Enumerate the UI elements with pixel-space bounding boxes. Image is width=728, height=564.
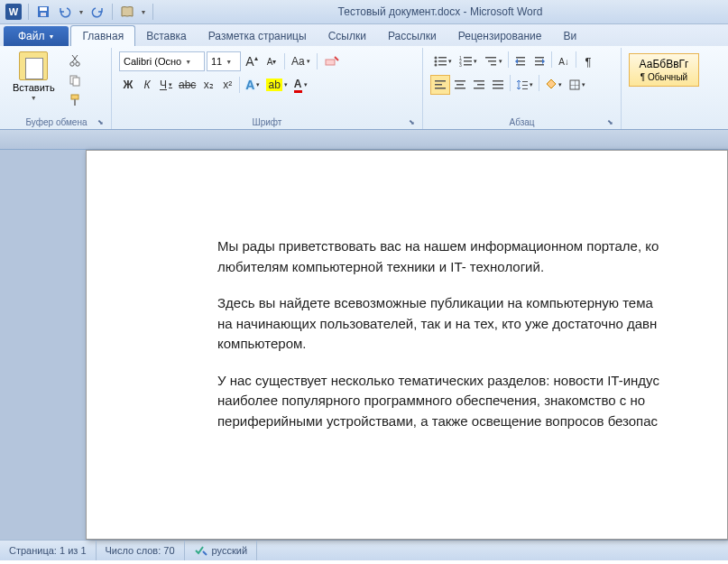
paste-button[interactable]: Вставить ▼ bbox=[5, 50, 62, 103]
separator bbox=[576, 51, 576, 68]
shading-button[interactable]: ▾ bbox=[542, 75, 565, 95]
spellcheck-icon bbox=[194, 544, 208, 557]
ribbon: Вставить ▼ Буфер обмена ⬊ bbox=[0, 46, 728, 130]
window-title: Тестовый документ.docx - Microsoft Word bbox=[156, 5, 724, 18]
tab-home[interactable]: Главная bbox=[70, 25, 135, 46]
bullets-button[interactable]: ▾ bbox=[430, 51, 455, 71]
numbering-button[interactable]: 123▾ bbox=[456, 51, 480, 71]
font-color-button[interactable]: A▾ bbox=[291, 75, 310, 95]
font-family-combo[interactable]: Calibri (Осно▼ bbox=[119, 51, 205, 71]
svg-rect-2 bbox=[41, 13, 46, 16]
svg-rect-44 bbox=[522, 85, 528, 86]
status-language-text: русский bbox=[212, 545, 247, 556]
svg-rect-39 bbox=[474, 88, 484, 89]
svg-rect-27 bbox=[516, 64, 525, 66]
status-language[interactable]: русский bbox=[185, 541, 257, 560]
tab-file-label: Файл bbox=[18, 30, 45, 42]
grow-font-button[interactable]: A▴ bbox=[243, 51, 261, 71]
tab-file[interactable]: Файл ▼ bbox=[4, 26, 69, 46]
svg-rect-42 bbox=[493, 88, 503, 89]
redo-button[interactable] bbox=[88, 2, 107, 22]
svg-rect-19 bbox=[464, 60, 472, 62]
format-painter-button[interactable] bbox=[66, 91, 84, 109]
change-case-button[interactable]: Aa▾ bbox=[289, 51, 313, 71]
save-button[interactable] bbox=[33, 2, 53, 22]
svg-rect-38 bbox=[477, 84, 484, 86]
chevron-down-icon: ▼ bbox=[49, 33, 55, 40]
paragraph-text: Мы рады приветствовать вас на нашем инфо… bbox=[217, 236, 727, 277]
svg-rect-28 bbox=[535, 57, 544, 59]
font-size-combo[interactable]: 11▼ bbox=[207, 51, 241, 71]
tab-page-layout[interactable]: Разметка страницы bbox=[198, 26, 318, 46]
status-word-count[interactable]: Число слов: 70 bbox=[97, 541, 185, 560]
bold-button[interactable]: Ж bbox=[119, 75, 137, 95]
separator bbox=[152, 4, 153, 20]
italic-button[interactable]: К bbox=[138, 75, 156, 95]
tab-references[interactable]: Ссылки bbox=[318, 26, 377, 46]
dialog-launcher-icon[interactable]: ⬊ bbox=[604, 116, 615, 127]
word-app-icon[interactable]: W bbox=[4, 2, 23, 22]
cut-button[interactable] bbox=[66, 51, 84, 69]
strikethrough-button[interactable]: abc bbox=[176, 75, 198, 95]
clear-formatting-button[interactable] bbox=[321, 51, 343, 71]
group-paragraph: ▾ 123▾ ▾ A↓ ¶ ▾ ▾ ▾ bbox=[423, 48, 622, 129]
qat-customize-dropdown[interactable]: ▼ bbox=[139, 2, 148, 22]
svg-rect-35 bbox=[456, 84, 464, 86]
increase-indent-button[interactable] bbox=[530, 51, 548, 71]
tab-insert[interactable]: Вставка bbox=[135, 26, 198, 46]
subscript-button[interactable]: x₂ bbox=[199, 75, 217, 95]
svg-rect-13 bbox=[438, 60, 447, 62]
svg-rect-30 bbox=[535, 64, 544, 66]
book-icon[interactable] bbox=[117, 2, 137, 22]
text-effects-button[interactable]: A▾ bbox=[243, 75, 263, 95]
separator bbox=[317, 53, 318, 69]
tab-view[interactable]: Ви bbox=[552, 26, 587, 46]
multilevel-list-button[interactable]: ▾ bbox=[481, 51, 505, 71]
line-spacing-button[interactable]: ▾ bbox=[513, 75, 536, 95]
group-label-paragraph: Абзац ⬊ bbox=[427, 116, 617, 129]
copy-button[interactable] bbox=[66, 71, 84, 89]
svg-point-3 bbox=[69, 62, 73, 66]
superscript-button[interactable]: x² bbox=[218, 75, 236, 95]
undo-dropdown[interactable]: ▼ bbox=[77, 2, 86, 22]
style-normal[interactable]: АаБбВвГг ¶ Обычный bbox=[629, 53, 699, 87]
document-page[interactable]: Мы рады приветствовать вас на нашем инфо… bbox=[86, 150, 728, 540]
highlight-button[interactable]: ab▾ bbox=[263, 75, 290, 95]
svg-rect-37 bbox=[474, 80, 484, 82]
align-right-button[interactable] bbox=[470, 75, 488, 95]
paste-icon bbox=[19, 51, 48, 80]
chevron-down-icon: ▼ bbox=[226, 59, 232, 65]
align-left-button[interactable] bbox=[430, 75, 450, 95]
svg-rect-32 bbox=[435, 84, 442, 86]
title-bar: W ▼ ▼ Тестовый документ.docx - Microsoft… bbox=[0, 0, 728, 24]
svg-point-4 bbox=[75, 62, 78, 66]
show-marks-button[interactable]: ¶ bbox=[579, 51, 597, 71]
shrink-font-button[interactable]: A▾ bbox=[263, 51, 281, 71]
style-name: ¶ Обычный bbox=[637, 72, 691, 82]
justify-button[interactable] bbox=[489, 75, 507, 95]
separator bbox=[284, 53, 285, 69]
svg-rect-40 bbox=[493, 80, 503, 82]
undo-button[interactable] bbox=[55, 2, 75, 22]
sort-button[interactable]: A↓ bbox=[555, 51, 573, 71]
group-label-font: Шрифт ⬊ bbox=[115, 116, 419, 129]
status-page[interactable]: Страница: 1 из 1 bbox=[0, 541, 97, 560]
dialog-launcher-icon[interactable]: ⬊ bbox=[406, 116, 417, 127]
svg-point-14 bbox=[435, 64, 438, 67]
tab-mailings[interactable]: Рассылки bbox=[377, 26, 447, 46]
svg-rect-8 bbox=[74, 99, 76, 106]
separator bbox=[28, 4, 29, 20]
decrease-indent-button[interactable] bbox=[511, 51, 530, 71]
borders-button[interactable]: ▾ bbox=[566, 75, 588, 95]
dialog-launcher-icon[interactable]: ⬊ bbox=[95, 116, 106, 127]
svg-rect-17 bbox=[464, 57, 472, 59]
separator bbox=[508, 51, 509, 68]
chevron-down-icon: ▼ bbox=[185, 59, 191, 65]
tab-review[interactable]: Рецензирование bbox=[447, 26, 553, 46]
underline-button[interactable]: Ч▾ bbox=[157, 75, 175, 95]
svg-text:3: 3 bbox=[459, 62, 462, 68]
svg-rect-22 bbox=[485, 57, 496, 59]
svg-rect-31 bbox=[435, 80, 446, 82]
svg-rect-34 bbox=[455, 80, 465, 82]
align-center-button[interactable] bbox=[451, 75, 469, 95]
